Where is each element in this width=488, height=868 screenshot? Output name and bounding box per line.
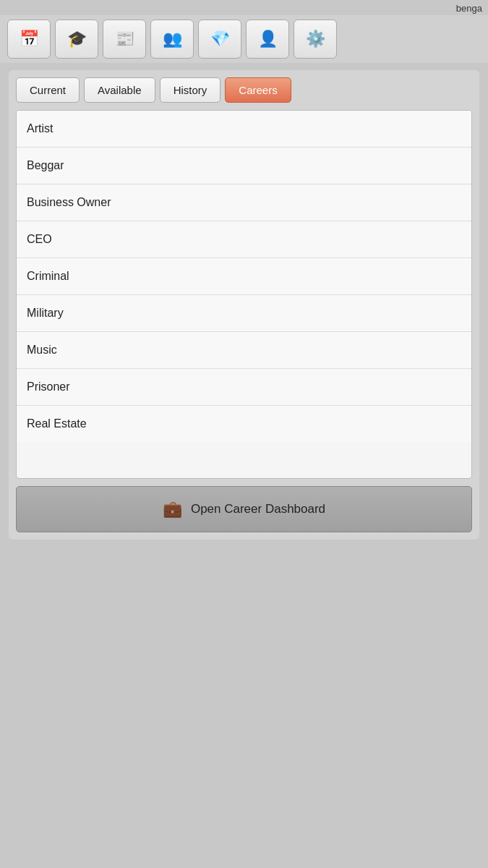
open-dashboard-button[interactable]: 💼 Open Career Dashboard	[16, 486, 472, 532]
calendar-btn[interactable]: 📅	[7, 20, 51, 59]
career-item-prisoner[interactable]: Prisoner	[17, 369, 471, 406]
toolbar: 📅🎓📰👥💎👤⚙️	[0, 15, 488, 63]
main-panel: CurrentAvailableHistoryCareers ArtistBeg…	[9, 70, 479, 540]
career-item-real-estate[interactable]: Real Estate	[17, 406, 471, 442]
education-btn[interactable]: 🎓	[55, 20, 98, 59]
diamond-btn[interactable]: 💎	[198, 20, 241, 59]
briefcase-icon: 💼	[163, 500, 182, 519]
open-dashboard-label: Open Career Dashboard	[191, 502, 325, 516]
career-item-beggar[interactable]: Beggar	[17, 148, 471, 184]
careers-list-container[interactable]: ArtistBeggarBusiness OwnerCEOCriminalMil…	[16, 110, 472, 479]
username-label: benga	[456, 3, 482, 14]
tab-available[interactable]: Available	[84, 77, 155, 103]
person-btn[interactable]: 👤	[246, 20, 289, 59]
newspaper-btn[interactable]: 📰	[103, 20, 146, 59]
career-item-artist[interactable]: Artist	[17, 111, 471, 148]
tab-history[interactable]: History	[160, 77, 221, 103]
top-bar: benga	[0, 0, 488, 15]
tab-current[interactable]: Current	[16, 77, 80, 103]
settings-btn[interactable]: ⚙️	[294, 20, 337, 59]
career-item-music[interactable]: Music	[17, 332, 471, 369]
tab-careers[interactable]: Careers	[225, 77, 291, 103]
career-item-criminal[interactable]: Criminal	[17, 258, 471, 295]
career-item-ceo[interactable]: CEO	[17, 221, 471, 258]
career-item-business-owner[interactable]: Business Owner	[17, 184, 471, 221]
people-btn[interactable]: 👥	[150, 20, 194, 59]
career-item-military[interactable]: Military	[17, 295, 471, 332]
tabs: CurrentAvailableHistoryCareers	[16, 77, 472, 103]
